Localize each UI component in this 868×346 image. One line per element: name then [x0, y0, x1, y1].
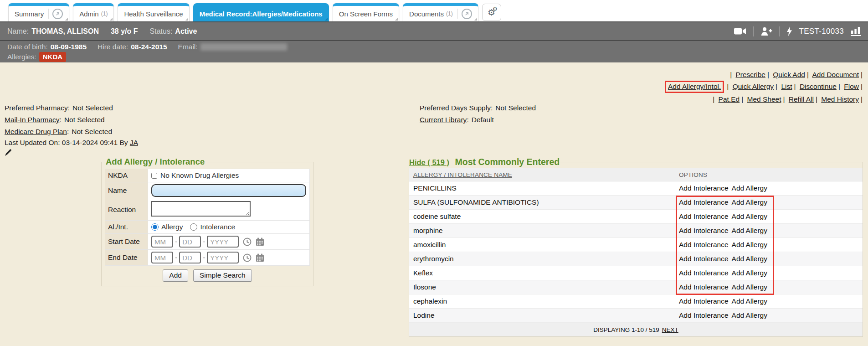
tab-health-surveillance[interactable]: Health Surveillance	[118, 3, 189, 21]
allergy-radio-label[interactable]: Allergy	[161, 223, 183, 231]
end-day-input[interactable]	[179, 252, 201, 263]
dash: -	[203, 253, 205, 262]
hide-count-link[interactable]: Hide ( 519 )	[409, 158, 449, 166]
tab-divider	[457, 9, 458, 19]
action-link[interactable]: Flow	[844, 83, 859, 90]
tab-on-screen-forms[interactable]: On Screen Forms	[333, 3, 399, 21]
intolerance-radio-label[interactable]: Intolerance	[200, 223, 235, 231]
bar-chart-icon[interactable]	[851, 27, 861, 36]
separator: |	[767, 71, 769, 78]
nkda-checkbox[interactable]	[151, 173, 157, 179]
add-intolerance-link[interactable]: Add Intolerance	[679, 283, 729, 291]
add-allergy-intol-link[interactable]: Add Allergy/Intol.	[668, 83, 721, 90]
action-link[interactable]: Discontinue	[800, 83, 837, 90]
tab-label: On Screen Forms	[339, 10, 393, 18]
info-link[interactable]: Medicare Drug Plan	[5, 128, 67, 135]
add-allergy-link[interactable]: Add Allergy	[732, 269, 767, 277]
action-link[interactable]: Quick Allergy	[733, 83, 774, 90]
add-intolerance-link[interactable]: Add Intolerance	[679, 241, 729, 249]
action-link[interactable]: Med Sheet	[747, 95, 781, 103]
separator: |	[861, 83, 863, 90]
info-link[interactable]: Preferred Pharmacy	[5, 104, 68, 112]
nkda-checkbox-label: No Known Drug Allergies	[160, 171, 239, 180]
info-link[interactable]: Mail-In Pharmacy	[5, 116, 60, 124]
column-header-allergy-name[interactable]: ALLERGY / INTOLERANCE NAME	[409, 171, 679, 178]
last-updated-text: Last Updated On: 03-14-2024 09:41 By	[5, 139, 128, 146]
add-allergy-link[interactable]: Add Allergy	[732, 227, 767, 235]
allergy-radio[interactable]	[151, 223, 159, 231]
separator: |	[794, 83, 796, 90]
add-allergy-link[interactable]: Add Allergy	[732, 311, 767, 320]
video-camera-icon[interactable]	[734, 27, 746, 35]
action-link[interactable]: Quick Add	[773, 71, 805, 78]
allergy-name: PENICILLINS	[409, 184, 679, 192]
last-updated-by-link[interactable]: JA	[130, 139, 138, 146]
action-link[interactable]: Med History	[821, 95, 859, 103]
simple-search-button[interactable]: Simple Search	[193, 269, 252, 282]
intolerance-radio[interactable]	[190, 223, 197, 231]
tab-medical-record-allergies-medications[interactable]: Medical Record:Allergies/Medications	[193, 3, 329, 21]
add-allergy-link[interactable]: Add Allergy	[732, 255, 767, 263]
calendar-icon[interactable]	[256, 238, 264, 246]
clock-icon[interactable]	[243, 238, 252, 246]
table-row: amoxicillin Add Intolerance Add Allergy	[409, 238, 863, 252]
allergy-nkda-badge[interactable]: NKDA	[39, 52, 66, 62]
dash: -	[175, 253, 177, 262]
table-row: erythromycin Add Intolerance Add Allergy	[409, 252, 863, 266]
clock-icon[interactable]	[243, 253, 252, 262]
separator: |	[861, 95, 863, 103]
add-allergy-link[interactable]: Add Allergy	[732, 283, 767, 291]
allergy-name-input[interactable]	[151, 184, 306, 197]
calendar-icon[interactable]	[256, 253, 264, 262]
add-allergy-link[interactable]: Add Allergy	[732, 212, 767, 221]
action-link[interactable]: Pat.Ed	[719, 95, 740, 103]
add-intolerance-link[interactable]: Add Intolerance	[679, 311, 729, 320]
end-month-input[interactable]	[151, 252, 173, 263]
info-link[interactable]: Current Library	[420, 116, 467, 124]
add-intolerance-link[interactable]: Add Intolerance	[679, 198, 729, 207]
tab-documents[interactable]: Documents (1)	[403, 3, 478, 21]
allergy-name: Lodine	[409, 311, 679, 320]
add-intolerance-link[interactable]: Add Intolerance	[679, 227, 729, 235]
start-day-input[interactable]	[179, 236, 201, 248]
end-year-input[interactable]	[207, 252, 239, 263]
start-month-input[interactable]	[151, 236, 173, 248]
tab-label: Medical Record:Allergies/Medications	[200, 10, 323, 18]
table-row: PENICILLINS Add Intolerance Add Allergy	[409, 181, 863, 196]
tab-summary[interactable]: Summary	[8, 3, 69, 21]
external-link-icon[interactable]	[52, 9, 63, 19]
edit-pencil-icon[interactable]	[5, 149, 12, 158]
action-link[interactable]: Prescribe	[735, 71, 765, 78]
info-value: Not Selected	[495, 104, 536, 112]
info-link[interactable]: Preferred Days Supply	[420, 104, 491, 112]
action-link[interactable]: Refill All	[789, 95, 814, 103]
add-intolerance-link[interactable]: Add Intolerance	[679, 255, 729, 263]
al-int-label: Al./Int.	[105, 221, 148, 234]
reaction-input[interactable]	[151, 201, 251, 217]
add-intolerance-link[interactable]: Add Intolerance	[679, 212, 729, 221]
add-button[interactable]: Add	[163, 269, 188, 282]
settings-button[interactable]: ⚙ ⚙	[482, 4, 501, 21]
info-value: Default	[472, 116, 494, 124]
add-intolerance-link[interactable]: Add Intolerance	[679, 184, 729, 192]
info-line: Mail-In Pharmacy:Not Selected	[5, 114, 113, 126]
add-intolerance-link[interactable]: Add Intolerance	[679, 297, 729, 305]
add-person-icon[interactable]	[760, 27, 772, 36]
add-intolerance-link[interactable]: Add Intolerance	[679, 269, 729, 277]
row-options: Add Intolerance Add Allergy	[679, 269, 767, 277]
action-link[interactable]: List	[781, 83, 792, 90]
action-link[interactable]: Add Document	[812, 71, 859, 78]
name-label: Name	[105, 182, 148, 199]
add-allergy-link[interactable]: Add Allergy	[732, 241, 767, 249]
colon: :	[467, 116, 468, 124]
email-label: Email:	[178, 43, 198, 51]
add-allergy-link[interactable]: Add Allergy	[732, 184, 767, 192]
lightning-bolt-icon[interactable]	[786, 26, 792, 36]
add-allergy-link[interactable]: Add Allergy	[732, 297, 767, 305]
start-year-input[interactable]	[207, 236, 239, 248]
external-link-icon[interactable]	[462, 9, 472, 19]
add-allergy-link[interactable]: Add Allergy	[732, 198, 767, 207]
tab-admin[interactable]: Admin (1)	[73, 3, 114, 21]
row-options: Add Intolerance Add Allergy	[679, 241, 767, 249]
next-page-link[interactable]: NEXT	[662, 326, 678, 333]
